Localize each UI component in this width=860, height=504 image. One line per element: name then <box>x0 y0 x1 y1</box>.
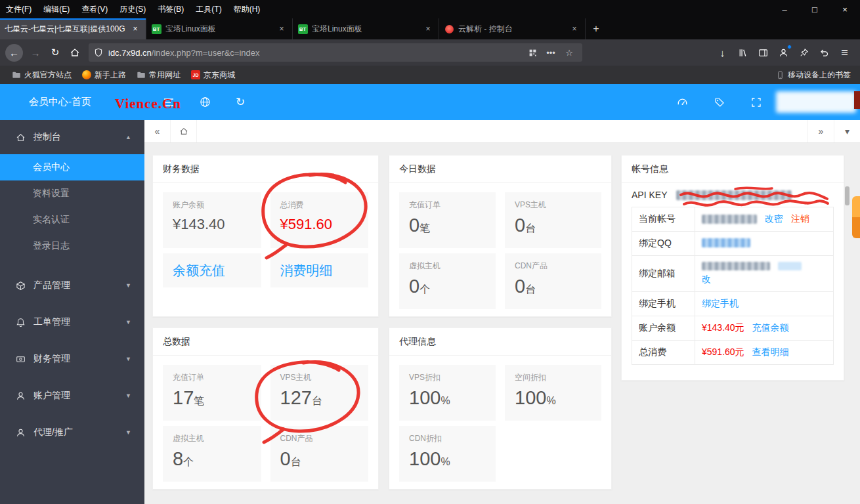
breadcrumb-home-icon[interactable] <box>171 120 197 142</box>
person-icon <box>16 428 26 438</box>
bind-phone-link[interactable]: 绑定手机 <box>702 298 739 308</box>
home-button[interactable] <box>65 43 85 62</box>
sidebar-item-ticket-management[interactable]: 工单管理 ▼ <box>0 304 144 341</box>
mobile-bookmarks[interactable]: 移动设备上的书签 <box>771 68 853 82</box>
expand-tabs-icon[interactable]: » <box>807 120 834 142</box>
logout-link[interactable]: 注销 <box>791 213 809 225</box>
menu-edit[interactable]: 编辑(E) <box>37 0 75 18</box>
stat-vps-discount: VPS折扣 100% <box>399 365 496 421</box>
bookmark-label: 京东商城 <box>204 70 235 81</box>
tab-close-icon[interactable]: × <box>422 23 434 35</box>
stat-label: 虚拟主机 <box>409 261 486 272</box>
new-tab-button[interactable]: + <box>586 18 607 39</box>
refresh-page-icon[interactable]: ↻ <box>236 95 245 109</box>
bookmark-getting-started[interactable]: 新手上路 <box>77 68 131 82</box>
download-icon[interactable]: ↓ <box>712 43 733 62</box>
tab-baota-1[interactable]: BT 宝塔Linux面板 × <box>146 18 293 39</box>
url-bar[interactable]: idc.7x9d.cn/index.php?m=user&c=index •••… <box>89 43 582 62</box>
floating-service-widget[interactable] <box>852 196 860 238</box>
restore-button[interactable]: □ <box>800 0 830 18</box>
card-title: 代理信息 <box>389 328 611 356</box>
edge-red-widget <box>854 91 860 109</box>
tab-close-icon[interactable]: × <box>569 23 580 35</box>
sidebar-item-account-management[interactable]: 账户管理 ▼ <box>0 377 144 414</box>
sidebar-item-label: 控制台 <box>33 131 61 143</box>
sidebar-item-login-log[interactable]: 登录日志 <box>0 233 144 259</box>
hamburger-menu-icon[interactable]: ≡ <box>834 43 855 62</box>
bookmark-folder-common-sites[interactable]: 常用网址 <box>131 68 186 82</box>
menu-bookmarks[interactable]: 书签(B) <box>152 0 190 18</box>
view-detail-link[interactable]: 查看明细 <box>752 346 789 358</box>
sidebar-item-agent-promotion[interactable]: 代理/推广 ▼ <box>0 414 144 451</box>
library-icon[interactable] <box>733 43 753 62</box>
tab-close-icon[interactable]: × <box>129 23 141 35</box>
forward-button[interactable]: → <box>26 43 45 62</box>
email-redacted-2 <box>778 262 802 270</box>
reload-button[interactable]: ↻ <box>45 43 65 62</box>
menu-history[interactable]: 历史(S) <box>114 0 152 18</box>
tab-dns-console[interactable]: 云解析 - 控制台 × <box>439 18 586 39</box>
sidebar-item-profile-settings[interactable]: 资料设置 <box>0 180 144 207</box>
balance-recharge-link[interactable]: 余额充值 <box>163 253 261 287</box>
card-finance-data: 财务数据 账户余额 ¥143.40 总消费 ¥591.60 余额充值 <box>152 155 379 317</box>
tab-title: 七星云-七星云|七星互联|提供100G <box>5 24 127 35</box>
fullscreen-icon[interactable] <box>751 97 762 108</box>
menu-help[interactable]: 帮助(H) <box>228 0 267 18</box>
stat-cdn-discount: CDN折扣 100% <box>399 426 496 482</box>
recharge-balance-link[interactable]: 充值余额 <box>752 322 789 334</box>
tab-qixingyun[interactable]: 七星云-七星云|七星互联|提供100G × <box>0 18 146 39</box>
username-redacted[interactable] <box>776 91 856 113</box>
bookmark-folder-firefox-official[interactable]: 火狐官方站点 <box>7 68 77 82</box>
table-row: 绑定邮箱 改 <box>632 256 834 292</box>
change-password-link[interactable]: 改密 <box>765 213 783 225</box>
firefox-window: 文件(F) 编辑(E) 查看(V) 历史(S) 书签(B) 工具(T) 帮助(H… <box>0 0 860 504</box>
change-email-link[interactable]: 改 <box>702 274 711 284</box>
close-button[interactable]: × <box>830 0 860 18</box>
bookmarks-bar: 火狐官方站点 新手上路 常用网址 JD 京东商城 移动设备上的书签 <box>0 66 860 84</box>
bookmark-label: 新手上路 <box>95 70 126 81</box>
dashboard-content: 财务数据 账户余额 ¥143.40 总消费 ¥591.60 余额充值 <box>144 143 860 504</box>
bell-icon <box>16 318 26 327</box>
home-icon <box>16 133 26 142</box>
consumption-detail-link[interactable]: 消费明细 <box>270 253 369 287</box>
baota-favicon: BT <box>151 24 161 34</box>
qr-code-icon[interactable] <box>525 45 540 60</box>
sidebar-item-member-center[interactable]: 会员中心 <box>0 154 144 180</box>
dashboard-gauge-icon[interactable] <box>677 96 688 108</box>
row-label: 总消费 <box>632 341 695 365</box>
page-actions-icon[interactable]: ••• <box>543 45 559 60</box>
url-text[interactable]: idc.7x9d.cn/index.php?m=user&c=index <box>108 48 525 58</box>
sidebar-item-console[interactable]: 控制台 ▲ <box>0 120 144 154</box>
tracking-protection-shield-icon[interactable] <box>94 48 103 57</box>
stat-today-recharge-orders: 充值订单 0笔 <box>399 192 496 248</box>
bookmark-star-icon[interactable]: ☆ <box>561 45 577 60</box>
sidebar-toggle-icon[interactable] <box>753 43 773 62</box>
card-title: 财务数据 <box>153 156 378 183</box>
tag-icon[interactable] <box>714 97 725 108</box>
back-button[interactable]: ← <box>5 44 23 62</box>
bookmark-jd[interactable]: JD 京东商城 <box>186 68 240 82</box>
sidebar-item-product-management[interactable]: 产品管理 ▼ <box>0 267 144 304</box>
menu-tools[interactable]: 工具(T) <box>190 0 227 18</box>
sidebar-item-real-name-auth[interactable]: 实名认证 <box>0 207 144 233</box>
agent-grid: VPS折扣 100% 空间折扣 100% CDN折扣 100% <box>389 356 611 491</box>
tab-baota-2[interactable]: BT 宝塔Linux面板 × <box>293 18 439 39</box>
account-table: 当前帐号 改密 注销 绑定QQ <box>632 207 834 365</box>
pin-extension-icon[interactable] <box>794 43 814 62</box>
api-key-row: API KEY <box>622 183 844 205</box>
undo-extension-icon[interactable] <box>814 43 834 62</box>
tab-options-chevron-icon[interactable]: ▾ <box>834 120 860 142</box>
globe-icon[interactable] <box>200 96 211 108</box>
page-scrollbar-thumb[interactable] <box>845 186 849 205</box>
minimize-button[interactable]: – <box>769 0 800 18</box>
collapse-tabs-icon[interactable]: « <box>144 120 171 142</box>
tab-title: 宝塔Linux面板 <box>165 24 273 35</box>
account-icon[interactable] <box>773 43 794 62</box>
menu-view[interactable]: 查看(V) <box>75 0 114 18</box>
menu-file[interactable]: 文件(F) <box>0 0 37 18</box>
caret-down-icon: ▼ <box>125 319 131 326</box>
stat-total-consumption: 总消费 ¥591.60 <box>270 192 369 248</box>
sidebar-item-label: 代理/推广 <box>33 427 73 438</box>
tab-close-icon[interactable]: × <box>276 23 288 35</box>
sidebar-item-finance-management[interactable]: 财务管理 ▼ <box>0 341 144 377</box>
